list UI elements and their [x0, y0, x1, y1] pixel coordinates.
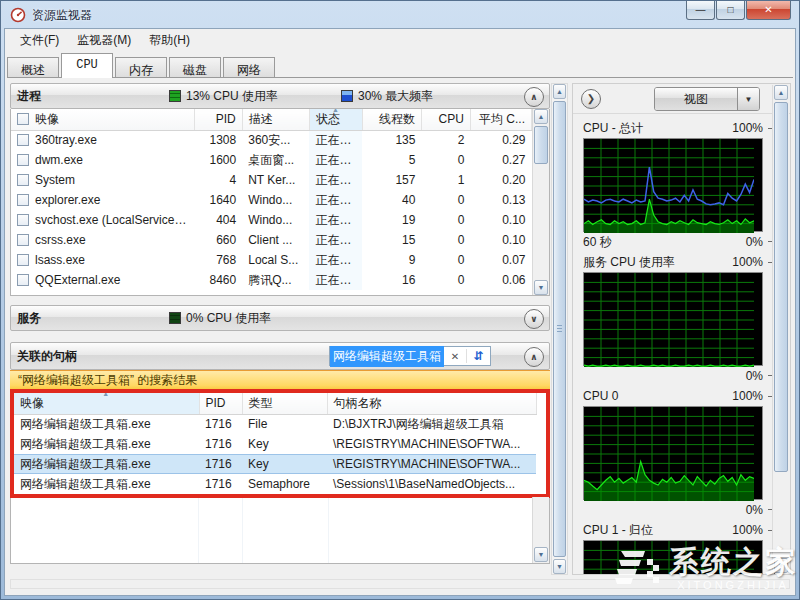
services-cpu-legend: 0% CPU 使用率	[169, 310, 271, 327]
row-checkbox[interactable]	[17, 214, 29, 226]
main-vertical-scrollbar[interactable]: ▲ ▼	[551, 83, 568, 575]
row-checkbox[interactable]	[17, 134, 29, 146]
process-row[interactable]: 360tray.exe1308360安...正在运行13520.29	[11, 130, 532, 150]
title-bar[interactable]: 资源监视器 — □ ✕	[1, 1, 799, 29]
clear-search-icon[interactable]: ✕	[444, 351, 466, 362]
row-checkbox[interactable]	[17, 254, 29, 266]
maximize-button[interactable]: □	[716, 1, 745, 20]
close-button[interactable]: ✕	[746, 1, 791, 20]
handles-table: ▲映像PID类型句柄名称 网络编辑超级工具箱.exe1716FileD:\BJX…	[14, 393, 537, 494]
column-header[interactable]: 线程数	[362, 109, 421, 130]
services-title: 服务	[17, 310, 41, 327]
menu-help[interactable]: 帮助(H)	[140, 29, 199, 52]
handles-scrollbar[interactable]: ▼	[532, 497, 549, 563]
graph-title: CPU 0	[583, 389, 618, 403]
search-go-icon[interactable]: ⇵	[466, 349, 490, 363]
process-row[interactable]: System4NT Ker...正在运行15710.20	[11, 170, 532, 190]
graph-max-label: 100%	[732, 255, 763, 269]
process-list: 映像PID描述▲状态线程数CPU平均 C... 360tray.exe13083…	[10, 109, 550, 296]
search-result-banner: “网络编辑超级工具箱” 的搜索结果	[10, 370, 550, 389]
handle-row[interactable]: 网络编辑超级工具箱.exe1716Key\REGISTRY\MACHINE\SO…	[14, 454, 536, 474]
graph-x-label: 60 秒	[583, 234, 612, 251]
tab-CPU[interactable]: CPU	[61, 53, 113, 78]
graph-max-label: 100%	[732, 121, 763, 135]
row-checkbox[interactable]	[17, 174, 29, 186]
column-header[interactable]: ▲映像	[14, 393, 199, 414]
process-row[interactable]: QQExternal.exe8460腾讯Q...正在运行1600.06	[11, 270, 532, 290]
processes-title: 进程	[17, 88, 41, 105]
processes-panel-header[interactable]: 进程 13% CPU 使用率 30% 最大频率 ∧	[10, 83, 550, 109]
handle-row[interactable]: 网络编辑超级工具箱.exe1716Semaphore\Sessions\1\Ba…	[14, 474, 536, 494]
graph-min-label: 0%	[746, 369, 763, 383]
watermark-title: 系统之家	[669, 542, 797, 583]
graph-max-label: 100%	[732, 523, 763, 537]
tab-strip: 概述CPU内存磁盘网络	[7, 53, 793, 78]
window-title: 资源监视器	[32, 7, 92, 24]
menu-bar: 文件(F) 监视器(M) 帮助(H)	[5, 29, 795, 52]
process-row[interactable]: csrss.exe660Client ...正在运行1500.10	[11, 230, 532, 250]
graphs-scrollbar[interactable]: ▲ ▼	[772, 85, 789, 573]
annotation-red-box: ▲映像PID类型句柄名称 网络编辑超级工具箱.exe1716FileD:\BJX…	[10, 389, 550, 498]
expand-services-button[interactable]: ∨	[524, 309, 544, 329]
column-header[interactable]: PID	[194, 109, 242, 130]
tab-概述[interactable]: 概述	[7, 57, 59, 78]
tab-磁盘[interactable]: 磁盘	[169, 57, 221, 78]
services-panel-header[interactable]: 服务 0% CPU 使用率 ∨	[10, 305, 550, 331]
handle-row[interactable]: 网络编辑超级工具箱.exe1716FileD:\BJXTRJ\网络编辑超级工具箱	[14, 414, 536, 434]
column-header[interactable]: ▲状态	[309, 109, 362, 130]
collapse-graphs-button[interactable]: ❯	[581, 89, 601, 109]
watermark-subtitle: XITONGZHIJIA	[669, 579, 797, 591]
column-header[interactable]: 映像	[11, 109, 194, 130]
view-button[interactable]: 视图 ▼	[654, 87, 760, 111]
graph-min-label: 0%	[746, 503, 763, 517]
column-header[interactable]: 类型	[242, 393, 327, 414]
column-header[interactable]: 句柄名称	[327, 393, 536, 414]
process-row[interactable]: lsass.exe768Local S...正在运行900.07	[11, 250, 532, 270]
graph-title: 服务 CPU 使用率	[583, 254, 675, 271]
handles-panel-header[interactable]: 关联的句柄 网络编辑超级工具箱 ✕ ⇵ ∧	[10, 342, 550, 370]
minimize-button[interactable]: —	[686, 1, 715, 20]
handle-search-box[interactable]: 网络编辑超级工具箱 ✕ ⇵	[329, 346, 491, 366]
graph-min-label: 0%	[746, 235, 763, 249]
process-row[interactable]: svchost.exe (LocalServiceN...404Windo...…	[11, 210, 532, 230]
max-frequency-icon	[341, 90, 353, 102]
collapse-processes-button[interactable]: ∧	[524, 87, 544, 107]
menu-monitor[interactable]: 监视器(M)	[68, 29, 140, 52]
watermark: 系统之家 XITONGZHIJIA	[611, 542, 797, 591]
select-all-checkbox[interactable]	[17, 113, 29, 125]
column-header[interactable]: 描述	[242, 109, 309, 130]
scroll-up-icon[interactable]: ▲	[774, 85, 788, 100]
graph-2: 服务 CPU 使用率100%0%	[583, 252, 779, 386]
graphs-column: CPU - 总计100%60 秒0%服务 CPU 使用率100%0%CPU 01…	[583, 118, 779, 575]
column-header[interactable]: CPU	[421, 109, 470, 130]
process-row[interactable]: dwm.exe1600桌面窗...正在运行500.27	[11, 150, 532, 170]
scroll-down-icon[interactable]: ▼	[534, 547, 548, 562]
menu-file[interactable]: 文件(F)	[11, 29, 68, 52]
row-checkbox[interactable]	[17, 274, 29, 286]
tab-内存[interactable]: 内存	[115, 57, 167, 78]
process-table: 映像PID描述▲状态线程数CPU平均 C... 360tray.exe13083…	[11, 109, 532, 290]
column-header[interactable]: PID	[199, 393, 242, 414]
column-header[interactable]: 平均 C...	[470, 109, 531, 130]
cpu-usage-icon	[169, 90, 181, 102]
process-row[interactable]: explorer.exe1640Windo...正在运行4000.13	[11, 190, 532, 210]
scroll-down-icon[interactable]: ▼	[534, 280, 548, 295]
scroll-down-icon[interactable]: ▼	[553, 559, 566, 574]
collapse-handles-button[interactable]: ∧	[524, 347, 544, 367]
search-input[interactable]: 网络编辑超级工具箱	[330, 346, 444, 367]
graphs-panel: ❯ 视图 ▼ CPU - 总计100%60 秒0%服务 CPU 使用率100%0…	[572, 83, 791, 575]
row-checkbox[interactable]	[17, 234, 29, 246]
handle-row[interactable]: 网络编辑超级工具箱.exe1716Key\REGISTRY\MACHINE\SO…	[14, 434, 536, 454]
scroll-up-icon[interactable]: ▲	[534, 109, 548, 124]
scroll-up-icon[interactable]: ▲	[553, 84, 566, 99]
handles-empty-area: ▼	[10, 498, 550, 564]
graph-title: CPU 1 - 归位	[583, 522, 653, 539]
services-cpu-icon	[169, 312, 181, 324]
chevron-down-icon[interactable]: ▼	[737, 88, 759, 110]
row-checkbox[interactable]	[17, 154, 29, 166]
process-scrollbar[interactable]: ▲ ▼	[532, 109, 549, 295]
row-checkbox[interactable]	[17, 194, 29, 206]
graph-1: CPU - 总计100%60 秒0%	[583, 118, 779, 252]
left-panels: 进程 13% CPU 使用率 30% 最大频率 ∧ 映像PID描述▲状态线程数C…	[10, 83, 550, 575]
tab-网络[interactable]: 网络	[223, 57, 275, 78]
